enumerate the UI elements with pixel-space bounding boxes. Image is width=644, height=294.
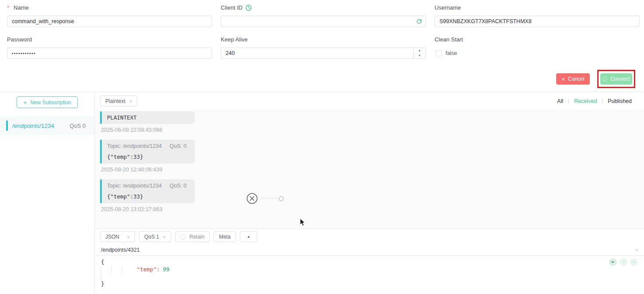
subscription-topic: /endpoints/1234 (12, 123, 54, 129)
clean-start-label: Clean Start (435, 36, 640, 43)
retain-radio-icon (180, 234, 186, 239)
client-id-field: Client ID (221, 3, 426, 27)
chevron-down-icon: ∨ (163, 235, 166, 239)
message-payload: PLAINTEXT (107, 114, 189, 121)
close-icon: × (562, 76, 565, 82)
keep-alive-stepper: ▲ ▼ (413, 48, 426, 58)
message-bubble: Topic: /endpoints/1234 QoS: 0 {"temp":33… (100, 140, 195, 164)
disconnect-indicator (246, 193, 284, 204)
name-label: *Name (7, 4, 212, 11)
message-accent-bar (100, 179, 102, 203)
message-bubble: PLAINTEXT (100, 111, 195, 124)
plus-icon: + (23, 99, 27, 106)
indent-guide (101, 273, 111, 280)
password-label: Password (7, 36, 212, 43)
payload-editor[interactable]: { "temp":99 } ← − → (95, 256, 644, 294)
client-id-label: Client ID (221, 4, 426, 11)
publish-toolbar: JSON ∨ QoS 1 ∨ Retain Meta ▲ (95, 229, 644, 244)
message-accent-bar (100, 111, 102, 124)
messages-topbar: Plaintext ∨ All Received Published (95, 92, 644, 110)
clean-start-field: Clean Start false (435, 35, 640, 59)
message-topic: Topic: /endpoints/1234 (107, 143, 162, 149)
payload-history-nav: ← − → (609, 258, 638, 266)
publish-qos-dropdown[interactable]: QoS 1 ∨ (139, 231, 171, 242)
indent-guide (111, 266, 122, 273)
message-bubble: Topic: /endpoints/1234 QoS: 0 {"temp":33… (100, 179, 195, 203)
form-actions: × Cancel Connect (7, 70, 640, 88)
editor-close-brace: } (101, 280, 104, 288)
message-payload: {"temp":33} (107, 154, 189, 160)
editor-json-key: "temp": (137, 266, 160, 273)
disconnected-icon (246, 193, 258, 204)
message-payload: {"temp":33} (107, 193, 189, 200)
refresh-client-id-icon[interactable] (416, 19, 422, 24)
collapse-panel-button[interactable]: ▲ (240, 231, 257, 242)
clock-icon (246, 5, 252, 11)
connection-form: *Name Client ID Userna (0, 0, 644, 88)
message-qos: QoS: 0 (170, 183, 187, 189)
editor-open-brace: { (101, 259, 104, 266)
keep-alive-input[interactable] (221, 48, 426, 59)
password-field: Password (7, 35, 212, 59)
message-filter-tabs: All Received Published (552, 98, 637, 104)
message-timestamp: 2025-08-20 13:02:17:863 (101, 206, 639, 212)
subscriptions-sidebar: + New Subscription /endpoints/1234 QoS 0 (0, 92, 95, 294)
stepper-down-icon[interactable]: ▼ (414, 54, 426, 59)
subscription-item[interactable]: /endpoints/1234 QoS 0 (0, 116, 94, 135)
username-label: Username (435, 4, 640, 11)
username-input[interactable] (435, 16, 640, 27)
clean-start-checkbox[interactable] (436, 50, 442, 56)
message-stream[interactable]: PLAINTEXT 2025-06-09 22:08:43:066 Topic:… (95, 110, 644, 229)
name-input[interactable] (7, 16, 212, 27)
indent-guide (122, 266, 132, 273)
editor-json-value: 99 (163, 266, 170, 273)
tab-received[interactable]: Received (569, 98, 602, 104)
tab-published[interactable]: Published (602, 98, 637, 104)
subscription-qos: QoS 0 (69, 123, 86, 129)
message-accent-bar (100, 140, 102, 164)
chevron-down-icon: ∨ (129, 99, 133, 103)
cancel-button[interactable]: × Cancel (556, 73, 590, 85)
payload-format-dropdown[interactable]: Plaintext ∨ (100, 96, 137, 106)
client-id-input[interactable] (221, 16, 426, 27)
subscription-accent-bar (6, 120, 8, 131)
disconnect-line (260, 198, 277, 199)
name-field: *Name (7, 3, 212, 27)
publish-format-dropdown[interactable]: JSON ∨ (100, 231, 135, 242)
history-middle-button: − (620, 258, 627, 266)
required-asterisk: * (7, 4, 9, 11)
meta-button[interactable]: Meta (214, 231, 236, 242)
tab-all[interactable]: All (552, 98, 568, 104)
message-qos: QoS: 0 (170, 143, 187, 149)
triangle-up-icon: ▲ (247, 235, 250, 239)
retain-toggle[interactable]: Retain (175, 231, 210, 242)
history-back-button[interactable]: ← (609, 258, 617, 266)
stepper-up-icon[interactable]: ▲ (414, 48, 426, 54)
history-forward-button: → (630, 258, 638, 266)
new-subscription-button[interactable]: + New Subscription (17, 96, 78, 108)
message-timestamp: 2025-06-09 22:08:43:066 (101, 127, 639, 133)
indent-guide (101, 266, 111, 273)
message-timestamp: 2025-08-20 12:48:06:439 (101, 167, 639, 173)
chevron-down-icon: ∨ (127, 235, 131, 239)
connect-button[interactable]: Connect (600, 73, 632, 85)
username-field: Username (435, 3, 640, 27)
publish-topic-input[interactable]: /endpoints/4321 (101, 247, 140, 253)
message-topic: Topic: /endpoints/1234 (107, 183, 162, 189)
loading-spinner-icon (602, 77, 607, 82)
connection-dot-icon (279, 196, 284, 201)
keep-alive-field: Keep Alive ▲ ▼ (221, 35, 426, 59)
chevron-down-icon[interactable]: ∨ (635, 248, 639, 252)
publish-topic-row: /endpoints/4321 ∨ (95, 244, 644, 256)
keep-alive-label: Keep Alive (221, 36, 426, 43)
annotation-highlight-box: Connect (597, 70, 635, 88)
clean-start-value: false (446, 50, 457, 56)
password-input[interactable] (7, 48, 212, 59)
